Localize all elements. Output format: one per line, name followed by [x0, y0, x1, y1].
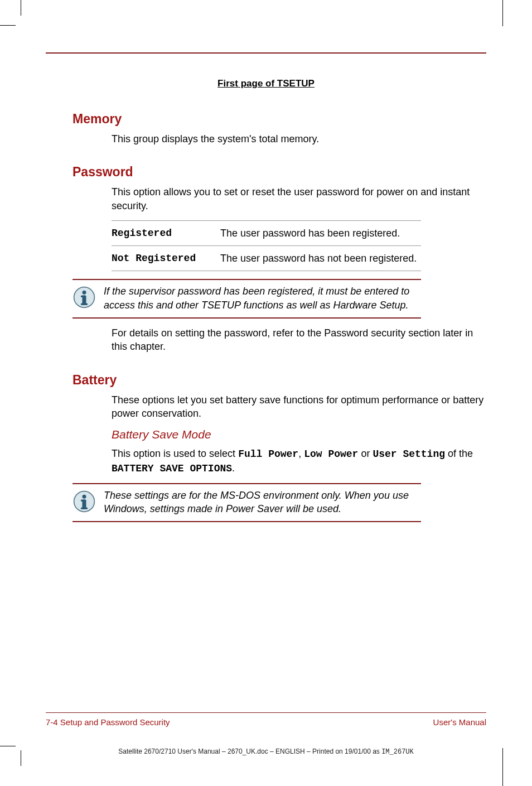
password-para: This option allows you to set or reset t…: [112, 185, 486, 213]
svg-rect-4: [81, 296, 86, 298]
memory-para: This group displays the system's total m…: [112, 132, 486, 146]
mono-txt: User Setting: [373, 449, 445, 460]
print-line: Satellite 2670/2710 User's Manual – 2670…: [0, 748, 532, 756]
password-note-text: If the supervisor password has been regi…: [104, 284, 421, 312]
figure-heading: First page of TSETUP: [46, 78, 486, 89]
mono-txt: BATTERY SAVE OPTIONS: [112, 463, 232, 474]
printline-b: IM_267UK: [381, 748, 414, 756]
table-row: Not Registered The user password has not…: [112, 246, 421, 271]
mono-txt: Low Power: [304, 449, 358, 460]
txt: ,: [298, 448, 304, 459]
battery-note-text: These settings are for the MS-DOS enviro…: [104, 489, 421, 516]
header-rule: [46, 52, 486, 54]
battery-option-para: This option is used to select Full Power…: [112, 447, 486, 475]
battery-note: These settings are for the MS-DOS enviro…: [72, 483, 421, 523]
password-after-note: For details on setting the password, ref…: [112, 326, 486, 354]
svg-rect-3: [81, 303, 88, 306]
svg-point-1: [83, 291, 86, 295]
footer-right: User's Manual: [433, 717, 486, 727]
txt: of the: [445, 448, 473, 459]
page-footer: 7-4 Setup and Password Security User's M…: [46, 712, 486, 727]
svg-rect-8: [81, 507, 88, 509]
password-note: If the supervisor password has been regi…: [72, 279, 421, 319]
svg-point-6: [83, 495, 86, 499]
password-table: Registered The user password has been re…: [112, 220, 421, 272]
pw-key-1: Not Registered: [112, 246, 220, 271]
battery-heading: Battery: [72, 373, 486, 388]
txt: This option is used to select: [112, 448, 238, 459]
memory-heading: Memory: [72, 112, 486, 127]
svg-rect-9: [81, 499, 86, 502]
pw-val-0: The user password has been registered.: [220, 220, 421, 245]
info-icon: [72, 489, 104, 515]
pw-key-0: Registered: [112, 220, 220, 245]
footer-left: 7-4 Setup and Password Security: [46, 717, 170, 727]
mono-txt: Full Power: [238, 449, 298, 460]
printline-a: Satellite 2670/2710 User's Manual – 2670…: [118, 748, 381, 755]
pw-val-1: The user password has not been registere…: [220, 246, 421, 271]
info-icon: [72, 284, 104, 311]
battery-sub-heading: Battery Save Mode: [112, 428, 486, 441]
txt: .: [232, 462, 235, 474]
table-row: Registered The user password has been re…: [112, 220, 421, 245]
password-heading: Password: [72, 165, 486, 180]
txt: or: [358, 448, 373, 459]
battery-para: These options let you set battery save f…: [112, 393, 486, 421]
